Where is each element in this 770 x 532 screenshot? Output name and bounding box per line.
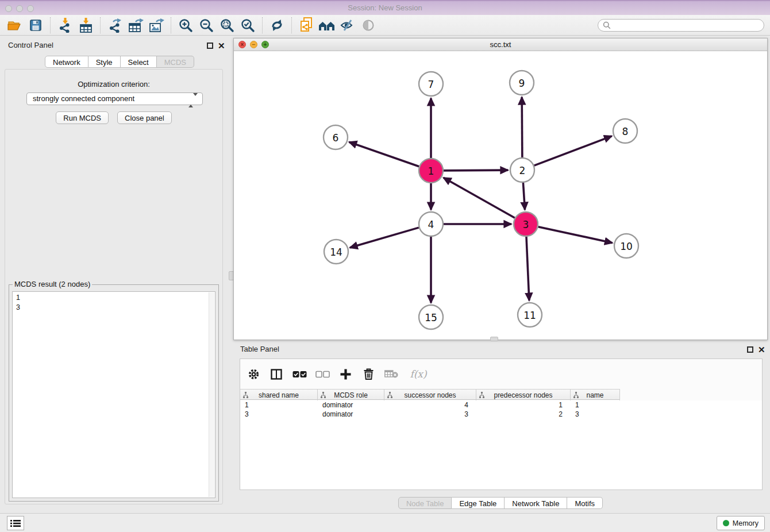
graph-node-4[interactable]: 4 (419, 212, 443, 236)
network-canvas[interactable]: 7968124314101511 (234, 51, 767, 340)
list-icon (10, 519, 21, 527)
column-header-name[interactable]: name (571, 390, 620, 400)
tab-network[interactable]: Network (45, 56, 88, 68)
network-window-titlebar[interactable]: × − + scc.txt (234, 38, 767, 51)
table-cell[interactable]: 3 (240, 410, 318, 419)
edge-1-2[interactable] (444, 170, 508, 171)
graph-node-15[interactable]: 15 (419, 305, 443, 329)
column-header-predecessor-nodes[interactable]: predecessor nodes (476, 390, 571, 400)
table-options-icon[interactable] (246, 366, 261, 382)
graph-node-9[interactable]: 9 (510, 71, 534, 95)
select-all-columns-icon[interactable] (292, 366, 307, 382)
create-column-icon[interactable] (338, 366, 353, 382)
memory-button[interactable]: Memory (717, 516, 765, 530)
table-panel-close-icon[interactable]: ✕ (758, 346, 765, 353)
table-cell[interactable]: 3 (571, 410, 620, 419)
criterion-select[interactable]: strongly connected component (26, 92, 203, 105)
zoom-fit-icon[interactable] (217, 17, 237, 34)
tab-edge-table[interactable]: Edge Table (452, 497, 505, 509)
delete-columns-icon[interactable] (361, 366, 376, 382)
tab-mcds[interactable]: MCDS (157, 56, 194, 68)
network-view-window: × − + scc.txt 7968124314101511 (233, 38, 768, 340)
table-cell[interactable]: 2 (476, 410, 571, 419)
column-header-shared-name[interactable]: shared name (240, 390, 318, 400)
table-cell[interactable]: 1 (240, 400, 318, 410)
svg-text:3: 3 (523, 219, 529, 230)
zoom-out-icon[interactable] (196, 17, 217, 34)
graph-node-3[interactable]: 3 (514, 212, 538, 236)
mcds-result-area[interactable]: 1 3 (12, 291, 215, 498)
table-cell[interactable]: 3 (384, 410, 476, 419)
tab-network-table[interactable]: Network Table (505, 497, 567, 509)
unselect-all-columns-icon[interactable] (315, 366, 330, 382)
tab-select[interactable]: Select (121, 56, 157, 68)
column-header-successor-nodes[interactable]: successor nodes (384, 390, 476, 400)
graph-node-1[interactable]: 1 (419, 159, 443, 183)
edge-3-11[interactable] (526, 237, 529, 300)
show-columns-icon[interactable] (269, 366, 284, 382)
mcds-result-text[interactable]: 1 3 (13, 292, 215, 313)
hierarchy-icon (387, 392, 392, 400)
open-session-icon[interactable] (5, 17, 25, 34)
delete-table-icon[interactable] (384, 366, 399, 382)
edge-3-10[interactable] (538, 227, 612, 243)
hierarchy-icon (243, 392, 248, 400)
hide-selected-icon[interactable] (337, 17, 358, 34)
run-mcds-button[interactable]: Run MCDS (56, 111, 109, 124)
table-cell[interactable]: dominator (318, 410, 384, 419)
show-all-icon[interactable] (358, 17, 379, 34)
column-header-MCDS-role[interactable]: MCDS role (318, 390, 384, 400)
svg-text:2: 2 (519, 165, 526, 176)
network-graph[interactable]: 7968124314101511 (234, 51, 767, 340)
tab-motifs[interactable]: Motifs (567, 497, 603, 509)
table-cell[interactable]: 1 (571, 400, 620, 410)
table-cell[interactable]: 1 (476, 400, 571, 410)
result-scrollbar[interactable] (209, 292, 214, 497)
graph-node-14[interactable]: 14 (324, 240, 348, 264)
export-image-icon[interactable] (146, 17, 167, 34)
tab-style[interactable]: Style (88, 56, 121, 68)
memory-label: Memory (733, 519, 759, 527)
import-table-icon[interactable] (75, 17, 96, 34)
svg-text:1: 1 (428, 165, 434, 177)
graph-node-10[interactable]: 10 (614, 234, 638, 258)
export-network-icon[interactable] (105, 17, 125, 34)
table-panel-float-icon[interactable] (747, 346, 753, 353)
control-panel-close-icon[interactable]: ✕ (218, 43, 225, 49)
save-session-icon[interactable] (25, 17, 46, 34)
table-cell[interactable]: 4 (384, 400, 476, 410)
zoom-in-icon[interactable] (175, 17, 196, 34)
edge-4-14[interactable] (350, 228, 419, 248)
search-icon (603, 21, 611, 29)
edge-2-8[interactable] (534, 136, 612, 165)
function-builder-icon[interactable]: f(x) (407, 366, 430, 382)
import-network-icon[interactable] (55, 17, 75, 34)
select-stepper-icon (188, 95, 198, 106)
toolbar-separator (50, 17, 51, 33)
table-row[interactable]: 1dominator411 (240, 400, 762, 410)
graph-node-6[interactable]: 6 (324, 125, 348, 149)
graph-node-7[interactable]: 7 (419, 72, 443, 96)
search-input[interactable] (598, 19, 764, 32)
graph-node-11[interactable]: 11 (518, 303, 542, 327)
table-row[interactable]: 3dominator323 (240, 410, 762, 419)
graph-node-2[interactable]: 2 (510, 158, 534, 182)
graph-node-8[interactable]: 8 (613, 119, 637, 143)
task-history-button[interactable] (7, 516, 24, 530)
edge-2-9[interactable] (522, 97, 522, 157)
edge-3-1[interactable] (444, 178, 515, 218)
zoom-selected-icon[interactable] (237, 17, 258, 34)
tab-node-table[interactable]: Node Table (398, 497, 452, 509)
edge-2-3[interactable] (523, 183, 525, 210)
svg-text:8: 8 (622, 126, 629, 137)
export-table-icon[interactable] (125, 17, 146, 34)
window-titlebar[interactable]: Session: New Session (0, 0, 770, 15)
home-layout-icon[interactable] (317, 17, 337, 34)
close-panel-button[interactable]: Close panel (117, 111, 172, 124)
edge-1-6[interactable] (349, 142, 419, 166)
table-cell[interactable]: dominator (318, 400, 384, 410)
new-network-from-selection-icon[interactable] (296, 17, 317, 34)
refresh-layout-icon[interactable] (267, 17, 287, 34)
horizontal-splitter-handle[interactable] (490, 337, 498, 341)
control-panel-float-icon[interactable] (207, 43, 213, 49)
